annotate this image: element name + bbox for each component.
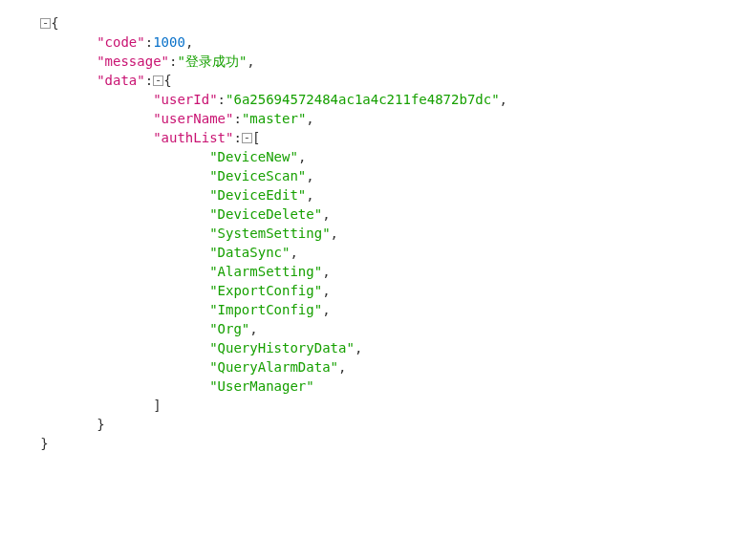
key-code: "code" xyxy=(97,34,145,50)
key-userId: "userId" xyxy=(153,92,217,107)
collapse-icon[interactable]: - xyxy=(40,18,51,29)
authlist-item: "AlarmSetting" xyxy=(209,264,322,279)
root-close-brace: } xyxy=(40,436,48,451)
collapse-icon[interactable]: - xyxy=(153,75,163,86)
authlist-item: "Org" xyxy=(209,321,249,336)
value-message: "登录成功" xyxy=(177,54,247,69)
json-viewer: -{ "code":1000, "message":"登录成功", "data"… xyxy=(0,0,754,453)
authlist-item: "DeviceScan" xyxy=(209,168,306,183)
authlist-item: "DeviceNew" xyxy=(209,149,298,164)
value-code: 1000 xyxy=(153,34,185,50)
authlist-item: "SystemSetting" xyxy=(209,226,330,241)
authlist-open-bracket: [ xyxy=(252,130,260,145)
key-data: "data" xyxy=(97,73,145,88)
key-userName: "userName" xyxy=(153,111,233,126)
authlist-item: "ExportConfig" xyxy=(209,283,322,298)
collapse-icon[interactable]: - xyxy=(242,133,252,143)
data-open-brace: { xyxy=(163,73,171,88)
authlist-item: "ImportConfig" xyxy=(209,302,322,317)
authlist-item: "DeviceDelete" xyxy=(209,206,322,222)
authlist-item: "UserManager" xyxy=(209,378,314,394)
authlist-item: "QueryHistoryData" xyxy=(209,340,355,355)
authlist-item: "DataSync" xyxy=(209,245,290,260)
root-open-brace: { xyxy=(51,15,58,31)
key-authList: "authList" xyxy=(153,130,233,145)
value-userId: "6a25694572484ac1a4c211fe4872b7dc" xyxy=(226,92,500,107)
authlist-item: "QueryAlarmData" xyxy=(209,359,338,375)
authlist-item: "DeviceEdit" xyxy=(209,187,306,203)
key-message: "message" xyxy=(97,54,169,69)
value-userName: "master" xyxy=(242,111,306,126)
data-close-brace: } xyxy=(97,417,104,432)
authlist-close-bracket: ] xyxy=(153,398,161,413)
